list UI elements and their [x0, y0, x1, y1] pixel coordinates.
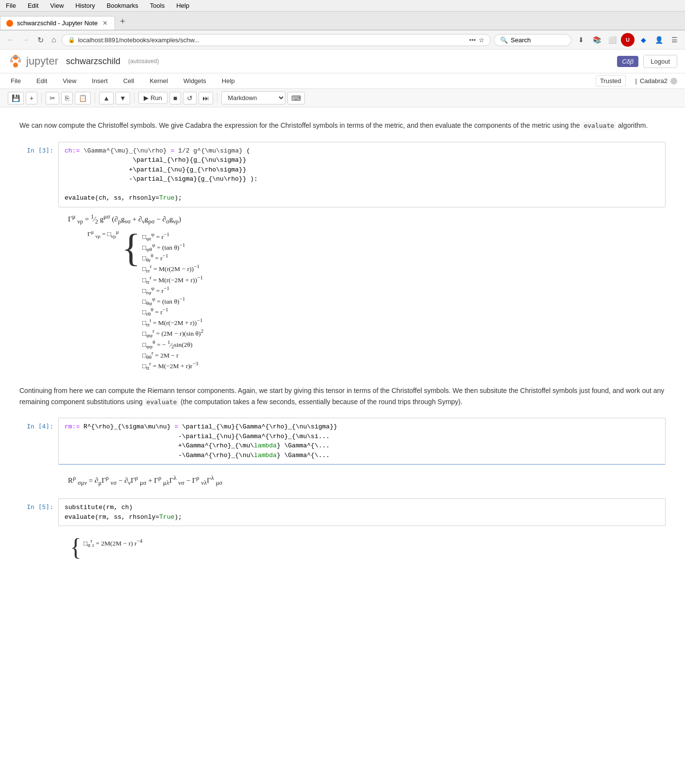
split-view-icon[interactable]: ⬜ — [605, 33, 619, 47]
code-cell-5[interactable]: substitute(rm, ch) evaluate(rm, ss, rhso… — [58, 498, 666, 526]
forward-button[interactable]: → — [19, 34, 32, 46]
reload-button[interactable]: ↻ — [35, 34, 46, 46]
nb-menu-cell[interactable]: Cell — [120, 76, 137, 86]
bookmark-icon[interactable]: ☆ — [479, 36, 485, 44]
big-brace-3: { — [120, 229, 142, 266]
big-brace-5: { — [68, 536, 84, 559]
nb-menu-help[interactable]: Help — [219, 76, 238, 86]
gamma-eq-3: Γμ νρ = □νρμ — [87, 229, 120, 239]
keyboard-shortcut-button[interactable]: ⌨ — [287, 92, 305, 104]
svg-point-1 — [13, 63, 18, 68]
code-line-4-3: +\Gamma^{\rho}_{\mu\lambda} \Gamma^{\... — [65, 441, 659, 451]
nb-menu-widgets[interactable]: Widgets — [181, 76, 209, 86]
menu-help[interactable]: Help — [174, 1, 191, 10]
code-line-4-1: rm:= R^{\rho}_{\sigma\mu\nu} = \partial_… — [65, 422, 659, 432]
header-right: Cδβ Logout — [617, 55, 677, 68]
nb-menu-view[interactable]: View — [60, 76, 79, 86]
profile-icon[interactable]: 👤 — [652, 33, 666, 47]
home-button[interactable]: ⌂ — [49, 34, 59, 46]
tab-title: schwarzschild - Jupyter Note — [17, 19, 98, 27]
menu-history[interactable]: History — [73, 1, 97, 10]
bookmarks-icon[interactable]: 📚 — [590, 33, 603, 47]
menu-bookmarks[interactable]: Bookmarks — [105, 1, 140, 10]
jupyter-header: jupyter schwarzschild (autosaved) Cδβ Lo… — [0, 50, 685, 73]
cut-button[interactable]: ✂ — [46, 92, 59, 104]
code-line-5-2: evaluate(rm, ss, rhsonly=True); — [65, 512, 659, 522]
cell-in5[interactable]: In [5]: substitute(rm, ch) evaluate(rm, … — [0, 498, 685, 563]
nb-menu-edit[interactable]: Edit — [33, 76, 50, 86]
run-button[interactable]: ▶ Run — [138, 92, 167, 104]
add-cell-button[interactable]: + — [26, 92, 37, 104]
cell-prompt-5: In [5]: — [19, 498, 58, 511]
tab-favicon — [6, 20, 13, 27]
address-bar[interactable]: 🔒 localhost:8891/notebooks/examples/schw… — [62, 34, 491, 46]
cell-in4[interactable]: In [4]: rm:= R^{\rho}_{\sigma\mu\nu} = \… — [0, 418, 685, 491]
notebook-toolbar: 💾 + ✂ ⎘ 📋 ▲ ▼ ▶ Run ■ ↺ ⏭ Markdown Code … — [0, 89, 685, 107]
download-icon[interactable]: ⬇ — [574, 33, 588, 47]
cell-type-select[interactable]: Markdown Code Raw NBConvert Heading — [221, 91, 285, 104]
browser-tab-bar: schwarzschild - Jupyter Note ✕ + — [0, 12, 685, 31]
markdown-text-2-part2: (the computation takes a few seconds, es… — [179, 398, 462, 406]
brace-system-5: { □ttrr = 2M(2M − r) r−4 — [68, 536, 666, 559]
trusted-label: Trusted — [596, 75, 626, 86]
logout-button[interactable]: Logout — [643, 55, 677, 68]
cell-in3[interactable]: In [3]: ch:= \Gamma^{\mu}_{\nu\rho} = 1/… — [0, 142, 685, 375]
move-down-button[interactable]: ▼ — [116, 92, 130, 104]
cadabra-label: | Cadabra2 — [635, 77, 678, 85]
svg-point-0 — [13, 55, 18, 60]
lock-icon: 🔒 — [68, 36, 75, 43]
puzzle-icon[interactable]: ◆ — [636, 33, 650, 47]
code-line-3-6: evaluate(ch, ss, rhsonly=True); — [65, 193, 659, 203]
jupyter-logo-text: jupyter — [26, 55, 58, 68]
move-up-button[interactable]: ▲ — [99, 92, 114, 104]
notebook-title[interactable]: schwarzschild — [66, 56, 120, 67]
copy-button[interactable]: ⎘ — [61, 92, 73, 104]
code-line-3-2: \partial_{\rho}{g_{\nu\sigma}} — [65, 155, 659, 165]
browser-icons: ⬇ 📚 ⬜ U ◆ 👤 ☰ — [574, 33, 681, 47]
search-bar[interactable]: 🔍 Search — [494, 34, 571, 46]
nb-menu-file[interactable]: File — [8, 76, 24, 86]
restart-run-button[interactable]: ⏭ — [199, 92, 213, 104]
search-icon: 🔍 — [500, 36, 508, 44]
cell-prompt-4: In [4]: — [19, 418, 58, 430]
brace-line-3-11: □φφθ = − 1⁄2sin(2θ) — [142, 339, 203, 349]
paste-button[interactable]: 📋 — [75, 92, 91, 104]
toolbar-separator-1 — [41, 92, 42, 104]
back-button[interactable]: ← — [4, 34, 17, 46]
brace-line-3-3: □θrθ = r−1 — [142, 253, 203, 263]
address-text: localhost:8891/notebooks/examples/schw..… — [78, 36, 467, 44]
brace-line-3-7: □θφφ = (tan θ)−1 — [142, 296, 203, 306]
brace-lines-5: □ttrr = 2M(2M − r) r−4 — [84, 536, 143, 548]
tab-close-button[interactable]: ✕ — [101, 19, 109, 27]
evaluate-code-span-2: evaluate — [145, 398, 179, 406]
code-line-3-1: ch:= \Gamma^{\mu}_{\nu\rho} = 1/2 g^{\mu… — [65, 146, 659, 156]
extension-icon[interactable]: U — [621, 33, 635, 47]
menu-tools[interactable]: Tools — [148, 1, 167, 10]
toolbar-separator-2 — [95, 92, 95, 104]
brace-lines-3: □φrφ = r−1 □φθφ = (tan θ)−1 □θrθ = r−1 □… — [142, 229, 203, 371]
save-button[interactable]: 💾 — [8, 92, 24, 104]
markdown-cell-1: We can now compute the Christoffel symbo… — [0, 117, 685, 134]
brace-line-3-1: □φrφ = r−1 — [142, 231, 203, 241]
address-more[interactable]: ••• — [469, 36, 476, 44]
cell-body-3: ch:= \Gamma^{\mu}_{\nu\rho} = 1/2 g^{\mu… — [58, 142, 666, 375]
restart-button[interactable]: ↺ — [183, 92, 197, 104]
menu-icon[interactable]: ☰ — [668, 33, 681, 47]
brace-system-3: Γμ νρ = □νρμ { □φrφ = r−1 □φθφ = (tan θ)… — [68, 229, 666, 371]
code-line-3-3: +\partial_{\nu}{g_{\rho\sigma}} — [65, 165, 659, 175]
nb-menu-kernel[interactable]: Kernel — [147, 76, 171, 86]
menu-file[interactable]: File — [4, 1, 18, 10]
nb-menu-insert[interactable]: Insert — [89, 76, 111, 86]
menu-view[interactable]: View — [48, 1, 66, 10]
brace-line-3-13: □ttr = M(−2M + r)r−3 — [142, 360, 203, 371]
markdown-text-1-part2: algorithm. — [616, 121, 648, 129]
active-tab[interactable]: schwarzschild - Jupyter Note ✕ — [0, 16, 115, 30]
code-cell-3[interactable]: ch:= \Gamma^{\mu}_{\nu\rho} = 1/2 g^{\mu… — [58, 142, 666, 207]
menu-edit[interactable]: Edit — [26, 1, 40, 10]
browser-menu-bar: File Edit View History Bookmarks Tools H… — [0, 0, 685, 12]
code-cell-4[interactable]: rm:= R^{\rho}_{\sigma\mu\nu} = \partial_… — [58, 418, 666, 465]
new-tab-button[interactable]: + — [115, 14, 130, 30]
interrupt-button[interactable]: ■ — [169, 92, 181, 104]
brace-line-3-6: □rφφ = r−1 — [142, 285, 203, 295]
output-3-formula: Γμ νρ = 1⁄2 gμσ (∂ρgνσ + ∂νgρσ − ∂σgνρ) … — [58, 209, 666, 375]
